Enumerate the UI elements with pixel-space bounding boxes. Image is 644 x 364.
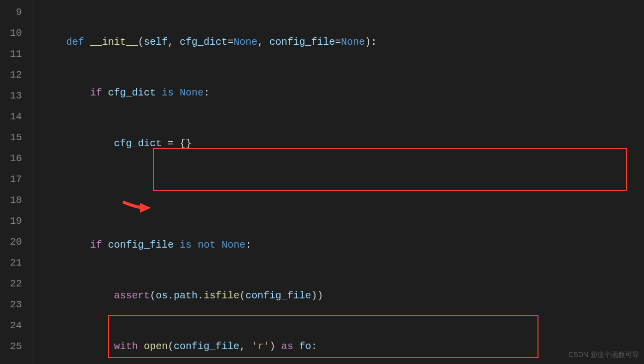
keyword-not: not	[198, 239, 215, 251]
line-number: 21	[0, 253, 22, 273]
variable: fo	[299, 341, 311, 352]
line-number-gutter: 9 10 11 12 13 14 15 16 17 18 19 20 21 22…	[0, 0, 32, 364]
line-number: 17	[0, 169, 22, 190]
line-number: 20	[0, 232, 22, 253]
line-number: 10	[0, 23, 22, 44]
line-number: 18	[0, 190, 22, 211]
code-line: assert(os.path.isfile(config_file))	[42, 285, 644, 306]
function-name: __init__	[90, 36, 138, 48]
function-call: isfile	[204, 290, 239, 301]
module: os	[156, 290, 168, 301]
keyword-with: with	[114, 341, 138, 352]
attribute: path	[174, 290, 198, 301]
line-number: 13	[0, 86, 22, 106]
line-number: 23	[0, 294, 22, 315]
variable: cfg_dict	[108, 87, 156, 98]
variable: config_file	[174, 341, 239, 352]
line-number: 25	[0, 336, 22, 357]
code-line: if config_file is not None:	[42, 235, 644, 256]
line-number: 11	[0, 44, 22, 65]
constant-none: None	[233, 36, 257, 48]
line-number: 9	[0, 2, 22, 23]
line-number: 12	[0, 65, 22, 86]
keyword-is: is	[162, 87, 174, 98]
code-line: def __init__(self, cfg_dict=None, config…	[42, 32, 644, 53]
keyword-if: if	[90, 87, 102, 98]
code-line	[42, 184, 644, 205]
keyword-if: if	[90, 239, 102, 251]
code-editor: 9 10 11 12 13 14 15 16 17 18 19 20 21 22…	[0, 0, 644, 364]
builtin-open: open	[144, 341, 168, 352]
param: cfg_dict	[180, 36, 227, 48]
constant-none: None	[341, 36, 365, 48]
code-line: cfg_dict = {}	[42, 133, 644, 154]
watermark: CSDN @这个函数可导	[568, 350, 639, 360]
keyword-def: def	[66, 36, 84, 48]
line-number: 16	[0, 148, 22, 169]
code-content[interactable]: def __init__(self, cfg_dict=None, config…	[32, 0, 644, 364]
param: config_file	[269, 36, 335, 48]
code-line: if cfg_dict is None:	[42, 83, 644, 103]
line-number: 15	[0, 127, 22, 148]
braces: {}	[180, 138, 192, 149]
keyword-as: as	[281, 341, 293, 352]
line-number: 22	[0, 273, 22, 294]
line-number: 14	[0, 106, 22, 127]
param-self: self	[144, 36, 168, 48]
string: 'r'	[251, 341, 269, 352]
code-line: with open(config_file, 'r') as fo:	[42, 336, 644, 357]
line-number: 19	[0, 211, 22, 232]
constant-none: None	[180, 87, 204, 98]
constant-none: None	[221, 239, 245, 251]
keyword-is: is	[180, 239, 192, 251]
line-number: 24	[0, 315, 22, 336]
keyword-assert: assert	[114, 290, 150, 301]
variable: config_file	[245, 290, 311, 301]
operator: =	[168, 138, 174, 149]
variable: cfg_dict	[114, 138, 162, 149]
variable: config_file	[108, 239, 174, 251]
